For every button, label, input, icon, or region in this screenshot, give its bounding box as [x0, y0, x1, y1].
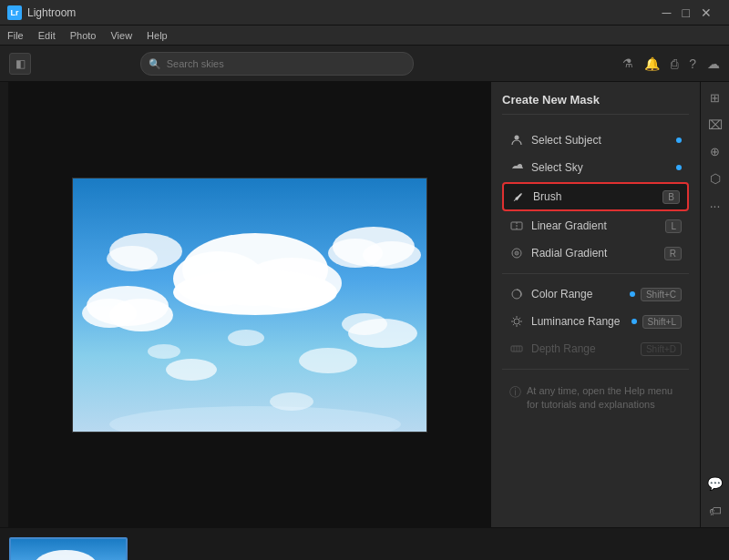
select-subject-option[interactable]: Select Subject [502, 127, 689, 153]
select-subject-label: Select Subject [531, 134, 673, 147]
panel-toggle-button[interactable]: ◧ [9, 53, 31, 75]
svg-point-15 [342, 313, 387, 335]
svg-point-6 [109, 299, 173, 331]
svg-line-32 [513, 318, 514, 319]
color-range-dot [630, 291, 635, 297]
menu-view[interactable]: View [110, 30, 132, 41]
crop-icon[interactable]: ⌧ [708, 117, 723, 132]
depth-range-icon [509, 341, 524, 356]
linear-gradient-label: Linear Gradient [531, 219, 665, 232]
search-icon: 🔍 [149, 57, 161, 69]
color-range-icon [509, 287, 524, 301]
top-toolbar: ◧ 🔍 ⚗ 🔔 ⎙ ? ☁ [0, 46, 729, 82]
radial-gradient-label: Radial Gradient [531, 247, 664, 260]
minimize-button[interactable]: ─ [660, 5, 674, 20]
color-range-label: Color Range [531, 288, 626, 300]
panel-toggle-icon: ◧ [15, 57, 26, 70]
search-input[interactable] [140, 52, 414, 76]
radial-gradient-icon [509, 246, 524, 260]
svg-point-13 [299, 348, 357, 373]
color-range-option[interactable]: Color Range Shift+C [502, 281, 689, 307]
heal-icon[interactable]: ⊕ [710, 145, 720, 158]
depth-range-label: Depth Range [531, 342, 635, 355]
help-icon[interactable]: ? [689, 56, 696, 71]
radial-gradient-option[interactable]: Radial Gradient R [502, 240, 689, 266]
share-icon[interactable]: ⎙ [671, 56, 678, 71]
right-icon-strip: ⊞ ⌧ ⊕ ⬡ ··· 💬 🏷 [700, 82, 729, 527]
svg-point-16 [228, 330, 264, 346]
photo-area [9, 82, 490, 527]
luminance-range-dot [631, 319, 637, 324]
brush-label: Brush [533, 190, 662, 203]
film-thumbnail[interactable] [9, 537, 128, 561]
close-button[interactable]: ✕ [698, 5, 714, 20]
masking-icon[interactable]: ⬡ [710, 171, 721, 186]
depth-range-option: Depth Range Shift+D [502, 336, 689, 361]
app-icon: Lr [7, 5, 22, 20]
photo-container [72, 178, 427, 433]
luminance-range-shortcut: Shift+L [642, 315, 682, 329]
film-clouds-svg [11, 539, 128, 561]
svg-point-11 [363, 241, 421, 269]
select-sky-label: Select Sky [531, 161, 673, 174]
svg-point-19 [109, 406, 401, 433]
linear-gradient-icon [509, 219, 524, 233]
clouds-svg [73, 178, 427, 433]
help-text-area: ⓘ At any time, open the Help menu for tu… [502, 377, 689, 420]
linear-gradient-shortcut: L [665, 219, 682, 233]
window-controls: ─ □ ✕ [660, 5, 714, 20]
svg-line-34 [519, 318, 520, 319]
left-sidebar [0, 82, 9, 527]
select-sky-option[interactable]: Select Sky [502, 155, 689, 180]
menu-photo[interactable]: Photo [70, 30, 97, 41]
filmstrip [0, 527, 729, 560]
cloud-icon[interactable]: ☁ [707, 56, 720, 71]
luminance-range-option[interactable]: Luminance Range Shift+L [502, 309, 689, 334]
comments-icon[interactable]: 💬 [707, 476, 723, 491]
more-icon[interactable]: ··· [710, 199, 721, 213]
toolbar-icons: ⚗ 🔔 ⎙ ? ☁ [622, 56, 720, 71]
menu-file[interactable]: File [7, 30, 24, 41]
select-subject-icon [509, 133, 524, 148]
svg-point-27 [514, 319, 519, 324]
brush-shortcut: B [662, 190, 680, 204]
svg-point-17 [148, 344, 180, 359]
svg-point-25 [516, 252, 518, 254]
luminance-range-label: Luminance Range [531, 315, 628, 328]
main-area: Create New Mask Select Subject Select Sk… [0, 82, 729, 527]
depth-range-shortcut: Shift+D [641, 342, 682, 356]
mask-divider-2 [502, 369, 689, 370]
film-sky-preview [11, 539, 126, 561]
menubar: File Edit Photo View Help [0, 25, 729, 46]
mask-panel-title: Create New Mask [502, 93, 689, 115]
menu-edit[interactable]: Edit [38, 30, 56, 41]
svg-point-8 [107, 246, 158, 271]
svg-line-35 [513, 324, 514, 325]
svg-point-3 [173, 270, 337, 315]
help-circle-icon: ⓘ [509, 384, 521, 412]
luminance-range-icon [509, 314, 524, 329]
bell-icon[interactable]: 🔔 [644, 56, 660, 71]
help-text-content: At any time, open the Help menu for tuto… [527, 384, 682, 412]
filter-icon[interactable]: ⚗ [622, 56, 633, 70]
mask-divider-1 [502, 273, 689, 274]
histogram-icon[interactable]: ⊞ [710, 91, 720, 105]
titlebar: Lr Lightroom ─ □ ✕ [0, 0, 729, 25]
mask-panel: Create New Mask Select Subject Select Sk… [490, 82, 700, 527]
maximize-button[interactable]: □ [680, 5, 693, 20]
svg-point-40 [34, 550, 98, 561]
select-sky-dot [676, 165, 682, 170]
color-range-shortcut: Shift+C [641, 288, 682, 301]
tag-icon[interactable]: 🏷 [709, 504, 722, 518]
radial-gradient-shortcut: R [664, 247, 682, 260]
mask-panel-content: Create New Mask Select Subject Select Sk… [491, 82, 700, 527]
brush-icon [511, 189, 526, 204]
app-title: Lightroom [27, 6, 76, 19]
menu-help[interactable]: Help [147, 30, 168, 41]
svg-line-33 [519, 324, 520, 325]
brush-option[interactable]: Brush B [502, 182, 689, 211]
linear-gradient-option[interactable]: Linear Gradient L [502, 213, 689, 239]
svg-point-20 [515, 136, 519, 140]
svg-point-12 [166, 359, 217, 381]
search-bar: 🔍 [140, 52, 414, 76]
